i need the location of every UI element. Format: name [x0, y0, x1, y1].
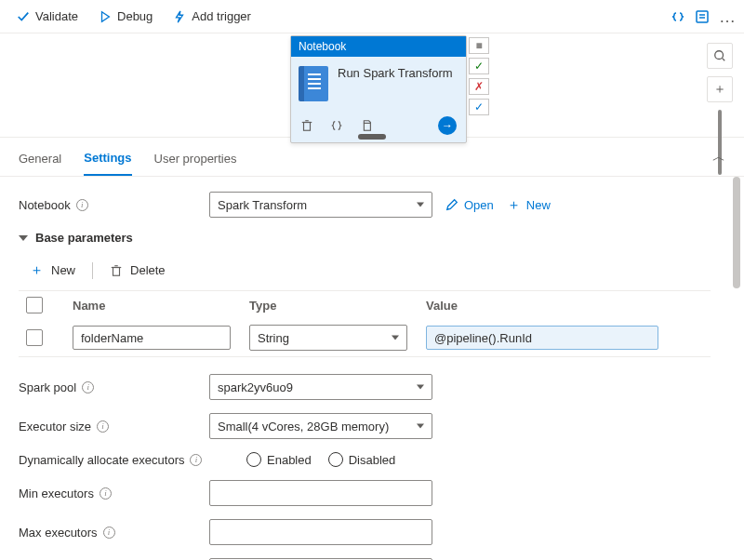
spark-pool-row: Spark pooli spark2yv6uo9 [19, 374, 711, 400]
code-icon[interactable] [671, 9, 685, 24]
detail-tabs: General Settings User properties ︿ [0, 138, 744, 177]
max-exec-label: Max executorsi [19, 526, 209, 540]
properties-icon[interactable] [695, 9, 710, 24]
add-button[interactable]: ＋ [707, 76, 733, 102]
svg-marker-0 [102, 11, 110, 21]
status-running-icon: ✓ [469, 99, 489, 115]
svg-rect-7 [364, 123, 370, 130]
collapse-icon[interactable]: ︿ [712, 149, 725, 173]
validate-label: Validate [35, 9, 78, 23]
radio-enabled[interactable]: Enabled [246, 452, 312, 467]
debug-label: Debug [117, 9, 153, 23]
max-exec-row: Max executorsi [19, 519, 711, 545]
zoom-fit-button[interactable] [707, 43, 733, 69]
dyn-alloc-radios: Enabled Disabled [246, 452, 395, 467]
caret-icon [417, 424, 424, 429]
status-fail-icon: ✗ [469, 78, 489, 95]
toolbar-left: Validate Debug Add trigger [7, 6, 260, 27]
notebook-row: Notebook i Spark Transform Open ＋ New [19, 192, 711, 218]
tab-user-properties[interactable]: User properties [154, 146, 237, 175]
validate-button[interactable]: Validate [7, 6, 87, 27]
add-trigger-button[interactable]: Add trigger [164, 6, 260, 27]
param-new-button[interactable]: ＋New [22, 258, 83, 283]
param-name-input[interactable]: folderName [73, 326, 231, 350]
notebook-select[interactable]: Spark Transform [209, 192, 432, 218]
param-delete-button[interactable]: Delete [102, 260, 173, 281]
table-row: folderName String @pipeline().RunId [19, 319, 711, 356]
notebook-icon [299, 66, 328, 101]
info-icon[interactable]: i [82, 381, 94, 393]
toolbar: Validate Debug Add trigger … [0, 0, 744, 33]
info-icon[interactable]: i [97, 420, 109, 433]
caret-icon [417, 203, 424, 207]
add-trigger-label: Add trigger [192, 9, 251, 23]
tab-general[interactable]: General [19, 146, 61, 175]
toolbar-right: … [671, 9, 737, 24]
copy-icon[interactable] [360, 119, 373, 132]
col-name: Name [73, 299, 249, 313]
row-checkbox[interactable] [26, 329, 43, 346]
info-icon[interactable]: i [103, 527, 115, 539]
min-exec-input[interactable] [209, 480, 432, 506]
separator [92, 262, 93, 279]
status-success-icon: ✓ [469, 58, 489, 74]
spark-pool-select[interactable]: spark2yv6uo9 [209, 374, 432, 400]
scrollbar-form[interactable] [733, 177, 740, 288]
executor-size-row: Executor sizei Small(4 vCores, 28GB memo… [19, 413, 711, 439]
spark-pool-label: Spark pooli [19, 380, 209, 394]
info-icon[interactable]: i [76, 199, 88, 211]
col-value: Value [426, 299, 668, 313]
base-parameters-header[interactable]: Base parameters [19, 231, 711, 245]
activity-title: Run Spark Transform [338, 66, 453, 82]
min-exec-row: Min executorsi [19, 480, 711, 506]
svg-line-9 [723, 59, 725, 61]
activity-header: Notebook [291, 36, 466, 57]
delete-icon[interactable] [300, 119, 313, 132]
more-icon[interactable]: … [719, 12, 737, 21]
dyn-alloc-label: Dynamically allocate executorsi [19, 453, 246, 467]
caret-icon [417, 385, 424, 390]
param-type-select[interactable]: String [249, 325, 407, 351]
new-button[interactable]: ＋ New [507, 196, 551, 214]
activity-type-label: Notebook [299, 40, 346, 53]
notebook-activity[interactable]: Notebook Run Spark Transform → [290, 35, 467, 143]
dyn-alloc-row: Dynamically allocate executorsi Enabled … [19, 452, 711, 467]
max-exec-input[interactable] [209, 519, 432, 545]
status-indicators: ■ ✓ ✗ ✓ [469, 37, 489, 115]
notebook-label: Notebook i [19, 198, 209, 212]
info-icon[interactable]: i [100, 487, 112, 500]
radio-dot [246, 452, 261, 467]
param-toolbar: ＋New Delete [19, 254, 711, 290]
grid-header: Name Type Value [19, 291, 711, 319]
caret-icon [392, 336, 399, 340]
executor-size-label: Executor sizei [19, 420, 209, 433]
notebook-value: Spark Transform [218, 198, 307, 212]
params-grid: Name Type Value folderName String @pipel… [19, 290, 711, 357]
navigate-icon[interactable]: → [438, 116, 457, 135]
expression-icon[interactable] [330, 119, 343, 132]
svg-rect-10 [113, 267, 120, 275]
min-exec-label: Min executorsi [19, 487, 209, 500]
pipeline-canvas[interactable]: ■ ✓ ✗ ✓ Notebook Run Spark Transform → ＋ [0, 33, 744, 138]
status-neutral-icon: ■ [469, 37, 489, 54]
radio-dot [328, 452, 343, 467]
tab-settings[interactable]: Settings [84, 145, 131, 176]
executor-size-select[interactable]: Small(4 vCores, 28GB memory) [209, 413, 432, 439]
info-icon[interactable]: i [190, 454, 202, 466]
param-value-input[interactable]: @pipeline().RunId [426, 326, 658, 350]
debug-button[interactable]: Debug [89, 6, 162, 27]
select-all-checkbox[interactable] [26, 297, 43, 313]
svg-rect-4 [304, 123, 311, 131]
svg-rect-1 [697, 11, 708, 22]
open-button[interactable]: Open [445, 198, 494, 212]
svg-point-8 [715, 51, 724, 60]
chevron-down-icon [19, 235, 28, 241]
activity-body: Run Spark Transform [291, 57, 466, 111]
settings-form: Notebook i Spark Transform Open ＋ New Ba… [0, 177, 744, 560]
radio-disabled[interactable]: Disabled [328, 452, 396, 467]
col-type: Type [249, 299, 426, 313]
